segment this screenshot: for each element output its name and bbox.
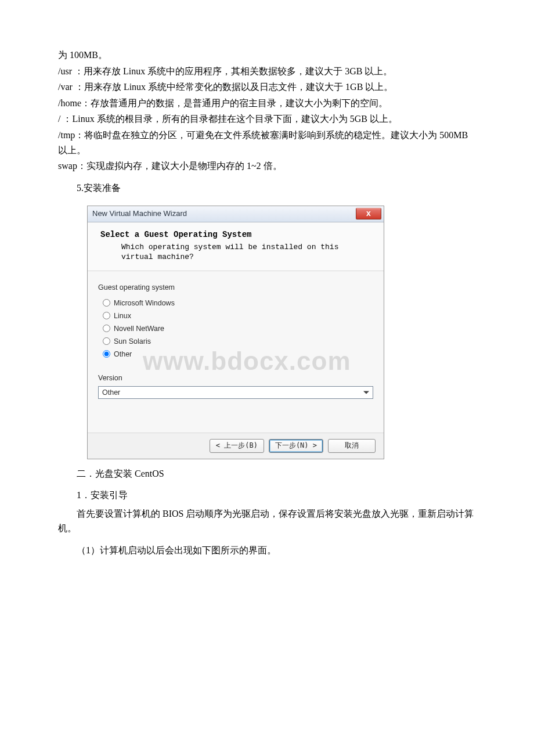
watermark: www.bdocx.com [143, 341, 351, 381]
dialog-title: New Virtual Machine Wizard [92, 208, 187, 220]
radio-netware-label: Novell NetWare [114, 323, 164, 334]
boot-desc: 首先要设置计算机的 BIOS 启动顺序为光驱启动，保存设置后将安装光盘放入光驱，… [58, 506, 476, 536]
dialog-heading: Select a Guest Operating System [100, 228, 373, 241]
radio-solaris-input[interactable] [103, 337, 110, 345]
close-button[interactable]: x [356, 208, 381, 219]
radio-windows-label: Microsoft Windows [114, 297, 175, 309]
radio-other-label: Other [114, 348, 132, 360]
section-prepare: 5.安装准备 [58, 181, 476, 196]
titlebar: New Virtual Machine Wizard x [88, 206, 384, 222]
dialog-header: Select a Guest Operating System Which op… [88, 222, 384, 271]
version-value: Other [102, 387, 120, 398]
intro-line: /home：存放普通用户的数据，是普通用户的宿主目录，建议大小为剩下的空间。 [58, 96, 476, 111]
button-bar: < 上一步(B) 下一步(N) > 取消 [88, 433, 384, 459]
intro-line: /tmp：将临时盘在独立的分区，可避免在文件系统被塞满时影响到系统的稳定性。建议… [58, 128, 476, 157]
intro-text: 为 100MB。 /usr ：用来存放 Linux 系统中的应用程序，其相关数据… [58, 48, 476, 174]
intro-line: / ：Linux 系统的根目录，所有的目录都挂在这个目录下面，建议大小为 5GB… [58, 111, 476, 127]
radio-other-input[interactable] [103, 350, 110, 358]
radio-windows[interactable]: Microsoft Windows [103, 297, 373, 309]
next-button[interactable]: 下一步(N) > [269, 439, 323, 453]
section-boot: 1．安装引导 [58, 488, 476, 503]
radio-netware-input[interactable] [103, 325, 110, 332]
radio-windows-input[interactable] [103, 299, 110, 307]
cancel-button[interactable]: 取消 [328, 439, 376, 453]
dialog-subheading: Which operating system will be installed… [121, 243, 373, 262]
intro-line: /var ：用来存放 Linux 系统中经常变化的数据以及日志文件，建议大于 1… [58, 80, 476, 95]
step1: （1）计算机启动以后会出现如下图所示的界面。 [58, 543, 476, 558]
section-cdinstall: 二．光盘安装 CentOS [58, 466, 476, 481]
version-combo[interactable]: Other [98, 386, 373, 399]
intro-line: 为 100MB。 [58, 48, 476, 63]
radio-linux-label: Linux [114, 310, 131, 322]
radio-linux-input[interactable] [103, 312, 110, 319]
dialog-content: www.bdocx.com Guest operating system Mic… [88, 271, 384, 433]
intro-line: /usr ：用来存放 Linux 系统中的应用程序，其相关数据较多，建议大于 3… [58, 64, 476, 79]
intro-line: swap：实现虚拟内存，建议大小是物理内存的 1~2 倍。 [58, 159, 476, 174]
back-button[interactable]: < 上一步(B) [210, 439, 264, 453]
vm-wizard-dialog: New Virtual Machine Wizard x Select a Gu… [87, 206, 384, 459]
guest-os-label: Guest operating system [98, 282, 373, 293]
radio-netware[interactable]: Novell NetWare [103, 322, 373, 335]
radio-linux[interactable]: Linux [103, 309, 373, 322]
